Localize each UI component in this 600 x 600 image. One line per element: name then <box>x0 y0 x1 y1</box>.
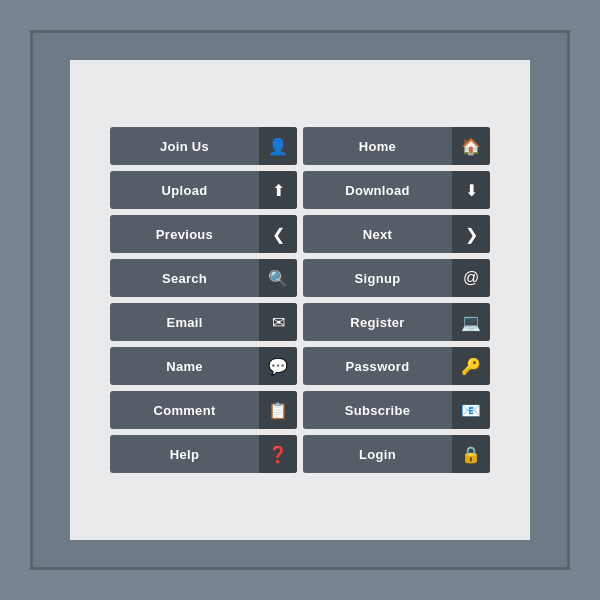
next-icon: ❯ <box>452 215 490 253</box>
upload-button[interactable]: Upload⬆ <box>110 171 297 209</box>
subscribe-icon: 📧 <box>452 391 490 429</box>
login-button[interactable]: Login🔒 <box>303 435 490 473</box>
register-label: Register <box>303 315 452 330</box>
download-icon: ⬇ <box>452 171 490 209</box>
comment-label: Comment <box>110 403 259 418</box>
email-icon: ✉ <box>259 303 297 341</box>
join-us-label: Join Us <box>110 139 259 154</box>
signup-icon: @ <box>452 259 490 297</box>
download-label: Download <box>303 183 452 198</box>
comment-icon: 📋 <box>259 391 297 429</box>
home-label: Home <box>303 139 452 154</box>
name-label: Name <box>110 359 259 374</box>
subscribe-label: Subscribe <box>303 403 452 418</box>
previous-icon: ❮ <box>259 215 297 253</box>
home-button[interactable]: Home🏠 <box>303 127 490 165</box>
comment-button[interactable]: Comment📋 <box>110 391 297 429</box>
password-icon: 🔑 <box>452 347 490 385</box>
upload-label: Upload <box>110 183 259 198</box>
upload-icon: ⬆ <box>259 171 297 209</box>
register-button[interactable]: Register💻 <box>303 303 490 341</box>
email-button[interactable]: Email✉ <box>110 303 297 341</box>
buttons-grid: Join Us👤Home🏠Upload⬆Download⬇Previous❮Ne… <box>110 127 490 473</box>
signup-label: Signup <box>303 271 452 286</box>
subscribe-button[interactable]: Subscribe📧 <box>303 391 490 429</box>
previous-button[interactable]: Previous❮ <box>110 215 297 253</box>
previous-label: Previous <box>110 227 259 242</box>
help-button[interactable]: Help❓ <box>110 435 297 473</box>
search-label: Search <box>110 271 259 286</box>
email-label: Email <box>110 315 259 330</box>
register-icon: 💻 <box>452 303 490 341</box>
inner-panel: Join Us👤Home🏠Upload⬆Download⬇Previous❮Ne… <box>70 60 530 540</box>
login-icon: 🔒 <box>452 435 490 473</box>
help-label: Help <box>110 447 259 462</box>
password-button[interactable]: Password🔑 <box>303 347 490 385</box>
name-icon: 💬 <box>259 347 297 385</box>
password-label: Password <box>303 359 452 374</box>
search-button[interactable]: Search🔍 <box>110 259 297 297</box>
outer-frame: Join Us👤Home🏠Upload⬆Download⬇Previous❮Ne… <box>30 30 570 570</box>
next-label: Next <box>303 227 452 242</box>
join-us-icon: 👤 <box>259 127 297 165</box>
download-button[interactable]: Download⬇ <box>303 171 490 209</box>
search-icon: 🔍 <box>259 259 297 297</box>
name-button[interactable]: Name💬 <box>110 347 297 385</box>
join-us-button[interactable]: Join Us👤 <box>110 127 297 165</box>
login-label: Login <box>303 447 452 462</box>
next-button[interactable]: Next❯ <box>303 215 490 253</box>
signup-button[interactable]: Signup@ <box>303 259 490 297</box>
home-icon: 🏠 <box>452 127 490 165</box>
help-icon: ❓ <box>259 435 297 473</box>
